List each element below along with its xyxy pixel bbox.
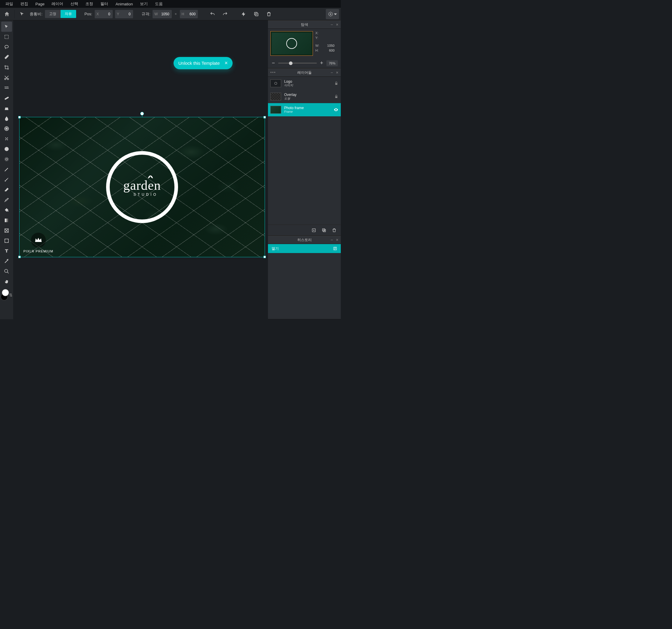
menu-view[interactable]: 보기: [136, 1, 151, 7]
blur-tool[interactable]: [1, 113, 12, 123]
shape-tool[interactable]: [1, 226, 12, 236]
panel-menu-icon[interactable]: •••: [270, 70, 276, 75]
lock-icon[interactable]: [334, 81, 338, 86]
minimize-icon[interactable]: −: [329, 70, 334, 75]
menu-page[interactable]: Page: [32, 2, 48, 6]
duplicate-button[interactable]: [251, 9, 261, 19]
svg-point-3: [5, 45, 8, 48]
h-value[interactable]: 600: [186, 12, 198, 16]
delete-button[interactable]: [264, 9, 274, 19]
close-icon[interactable]: ×: [335, 70, 340, 75]
foreground-color[interactable]: [2, 289, 9, 296]
premium-badge: PIXLR PREMIUM: [23, 233, 53, 253]
home-icon[interactable]: [2, 9, 12, 19]
sponge-tool[interactable]: [1, 134, 12, 144]
replace-color-tool[interactable]: [1, 195, 12, 205]
zoom-tool[interactable]: [1, 266, 12, 276]
close-icon[interactable]: ×: [224, 60, 228, 66]
dodge-tool[interactable]: [1, 144, 12, 154]
smudge-tool[interactable]: [1, 123, 12, 134]
aspect-free-button[interactable]: 자유: [61, 10, 76, 18]
minimize-icon[interactable]: −: [329, 22, 334, 27]
aspect-toggle: 고정 자유: [45, 10, 76, 18]
liquify-tool[interactable]: [1, 83, 12, 93]
zoom-in-button[interactable]: +: [319, 60, 324, 66]
pos-x-field[interactable]: X 0: [95, 10, 113, 18]
eraser-tool[interactable]: [1, 185, 12, 195]
unlock-template-pill[interactable]: Unlock this Template ×: [173, 57, 233, 69]
arrange-tool-icon[interactable]: [17, 9, 27, 19]
temperature-tool[interactable]: [1, 154, 12, 164]
swap-colors-icon[interactable]: ⇅: [9, 293, 13, 297]
visibility-icon[interactable]: [334, 107, 338, 112]
zoom-control: − + 76%: [268, 58, 341, 68]
svg-point-4: [4, 78, 6, 80]
pos-y-field[interactable]: Y 0: [115, 10, 133, 18]
width-field[interactable]: W 1050: [152, 10, 171, 18]
menu-select[interactable]: 선택: [67, 1, 82, 7]
gradient-tool[interactable]: [1, 215, 12, 226]
arrange-tool[interactable]: [1, 22, 12, 32]
menu-edit[interactable]: 편집: [17, 1, 32, 7]
layer-thumb: [270, 79, 281, 87]
settings-dropdown[interactable]: [326, 9, 339, 19]
marquee-tool[interactable]: [1, 32, 12, 42]
frame-tool[interactable]: [1, 236, 12, 246]
size-label: 규격:: [142, 11, 150, 17]
close-icon[interactable]: ×: [335, 22, 340, 27]
delete-layer-button[interactable]: [331, 227, 338, 234]
w-value[interactable]: 1050: [160, 12, 172, 16]
pos-x-value[interactable]: 0: [101, 12, 113, 16]
color-picker-tool[interactable]: [1, 256, 12, 266]
fill-tool[interactable]: [1, 205, 12, 215]
wand-tool[interactable]: [1, 52, 12, 62]
hand-tool[interactable]: [1, 276, 12, 287]
menu-layer[interactable]: 레이어: [48, 1, 67, 7]
menu-help[interactable]: 도움: [151, 1, 166, 7]
lasso-tool[interactable]: [1, 42, 12, 52]
layer-row-logo[interactable]: Logo이미지: [268, 77, 341, 90]
svg-rect-2: [5, 35, 8, 39]
zoom-value[interactable]: 76%: [327, 60, 338, 66]
zoom-slider[interactable]: [278, 63, 317, 64]
layer-row-photo-frame[interactable]: Photo frameFrame: [268, 103, 341, 116]
lock-icon[interactable]: [334, 94, 338, 99]
aspect-fixed-button[interactable]: 고정: [45, 10, 61, 18]
pen-tool[interactable]: [1, 164, 12, 174]
close-icon[interactable]: ×: [335, 237, 340, 242]
menu-file[interactable]: 파일: [2, 1, 17, 7]
history-list: 열기: [268, 244, 341, 253]
menu-filter[interactable]: 필터: [97, 1, 112, 7]
add-layer-button[interactable]: [310, 227, 317, 234]
canvas-workspace[interactable]: Unlock this Template × garden STUDIO PIX…: [13, 20, 268, 319]
redo-button[interactable]: [220, 9, 230, 19]
canvas[interactable]: garden STUDIO PIXLR PREMIUM: [19, 117, 265, 257]
pos-label: Pos:: [85, 12, 92, 16]
layer-row-overlay[interactable]: Overlay도형: [268, 90, 341, 103]
rotate-handle[interactable]: [140, 112, 144, 115]
svg-point-10: [5, 139, 6, 140]
menu-animation[interactable]: Animation: [112, 2, 136, 6]
height-field[interactable]: H 600: [180, 10, 198, 18]
ai-enhance-button[interactable]: [239, 9, 249, 19]
aspect-label: 종횡비:: [30, 11, 43, 17]
menu-adjust[interactable]: 조정: [82, 1, 97, 7]
svg-rect-16: [5, 218, 8, 222]
navigator-title: 탐색: [301, 22, 308, 27]
undo-button[interactable]: [208, 9, 218, 19]
text-tool[interactable]: [1, 246, 12, 256]
history-item-open[interactable]: 열기: [268, 244, 341, 253]
heal-tool[interactable]: [1, 93, 12, 103]
crop-tool[interactable]: [1, 62, 12, 73]
navigator-thumbnail[interactable]: [270, 31, 313, 56]
zoom-slider-thumb[interactable]: [289, 62, 292, 65]
unlock-label: Unlock this Template: [178, 61, 220, 66]
pos-y-value[interactable]: 0: [121, 12, 133, 16]
cut-tool[interactable]: [1, 73, 12, 83]
duplicate-layer-button[interactable]: [320, 227, 328, 234]
minimize-icon[interactable]: −: [329, 237, 334, 242]
clone-tool[interactable]: [1, 103, 12, 113]
svg-point-15: [5, 157, 8, 161]
brush-tool[interactable]: [1, 174, 12, 185]
zoom-out-button[interactable]: −: [271, 60, 276, 66]
